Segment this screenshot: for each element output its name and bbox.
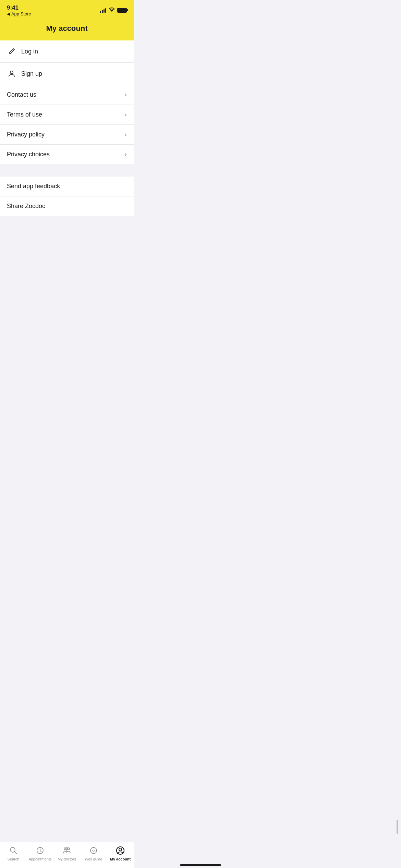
battery-icon xyxy=(117,8,127,13)
svg-point-0 xyxy=(111,11,112,12)
feedback-section: Send app feedback Share Zocdoc xyxy=(0,177,134,216)
page-header: My account xyxy=(0,19,134,40)
section-divider xyxy=(0,164,134,177)
terms-label: Terms of use xyxy=(7,111,125,118)
auth-section: Log in Sign up xyxy=(0,40,134,85)
wifi-icon xyxy=(109,8,115,13)
app-store-back[interactable]: ◀ App Store xyxy=(7,11,31,16)
status-time: 9:41 xyxy=(7,4,19,11)
person-icon xyxy=(7,69,16,79)
privacy-policy-item[interactable]: Privacy policy › xyxy=(0,125,134,145)
contact-us-item[interactable]: Contact us › xyxy=(0,85,134,105)
chevron-right-icon: › xyxy=(125,131,127,138)
svg-point-1 xyxy=(10,71,13,74)
privacy-choices-item[interactable]: Privacy choices › xyxy=(0,145,134,164)
share-zocdoc-item[interactable]: Share Zocdoc xyxy=(0,196,134,216)
status-icons xyxy=(100,8,127,13)
login-label: Log in xyxy=(21,48,127,55)
terms-of-use-item[interactable]: Terms of use › xyxy=(0,105,134,125)
signup-label: Sign up xyxy=(21,70,127,77)
privacy-choices-label: Privacy choices xyxy=(7,151,125,158)
contact-us-label: Contact us xyxy=(7,91,125,98)
send-feedback-label: Send app feedback xyxy=(7,183,60,190)
login-item[interactable]: Log in xyxy=(0,40,134,63)
chevron-right-icon: › xyxy=(125,111,127,118)
share-zocdoc-label: Share Zocdoc xyxy=(7,203,45,210)
privacy-policy-label: Privacy policy xyxy=(7,131,125,138)
page-title: My account xyxy=(7,24,127,33)
status-bar: 9:41 ◀ App Store xyxy=(0,0,134,19)
content-area: Log in Sign up Contact us › Terms of use… xyxy=(0,40,134,247)
chevron-right-icon: › xyxy=(125,151,127,158)
links-section: Contact us › Terms of use › Privacy poli… xyxy=(0,85,134,164)
pencil-icon xyxy=(7,47,16,56)
signal-icon xyxy=(100,8,106,13)
send-feedback-item[interactable]: Send app feedback xyxy=(0,177,134,196)
signup-item[interactable]: Sign up xyxy=(0,63,134,85)
chevron-right-icon: › xyxy=(125,91,127,98)
